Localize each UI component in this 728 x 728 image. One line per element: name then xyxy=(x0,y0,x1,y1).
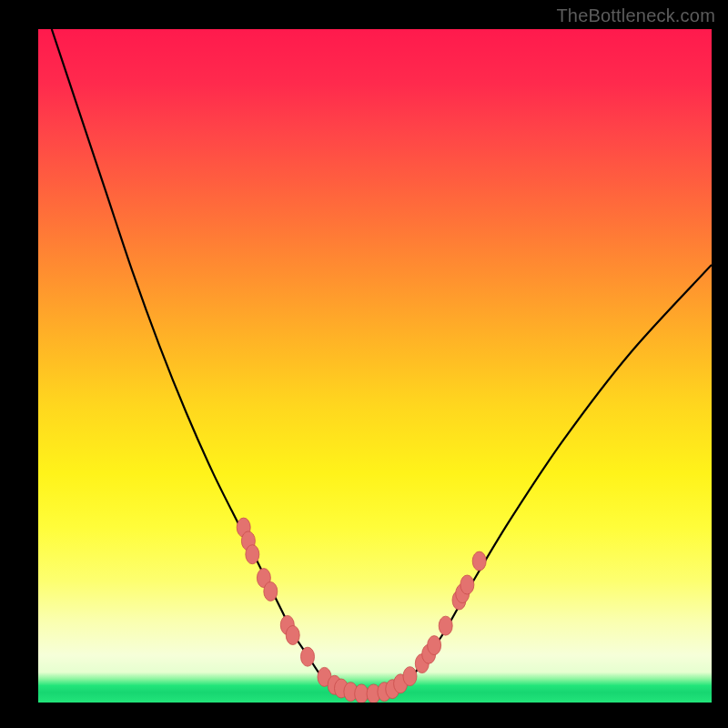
curve-marker xyxy=(301,647,315,666)
curve-marker xyxy=(460,575,474,594)
main-curve xyxy=(52,29,712,694)
plot-area xyxy=(38,29,712,703)
curve-marker xyxy=(286,626,299,645)
curve-marker xyxy=(246,545,259,564)
curve-marker xyxy=(439,616,452,635)
watermark-text: TheBottleneck.com xyxy=(556,5,715,26)
curve-marker xyxy=(428,636,441,655)
curve-marker xyxy=(403,667,417,686)
curve-marker xyxy=(472,551,486,571)
curve-marker xyxy=(264,581,278,601)
chart-svg xyxy=(38,29,712,703)
figure-container: TheBottleneck.com xyxy=(0,0,728,728)
marker-group xyxy=(237,518,486,703)
curve-marker xyxy=(355,684,369,703)
